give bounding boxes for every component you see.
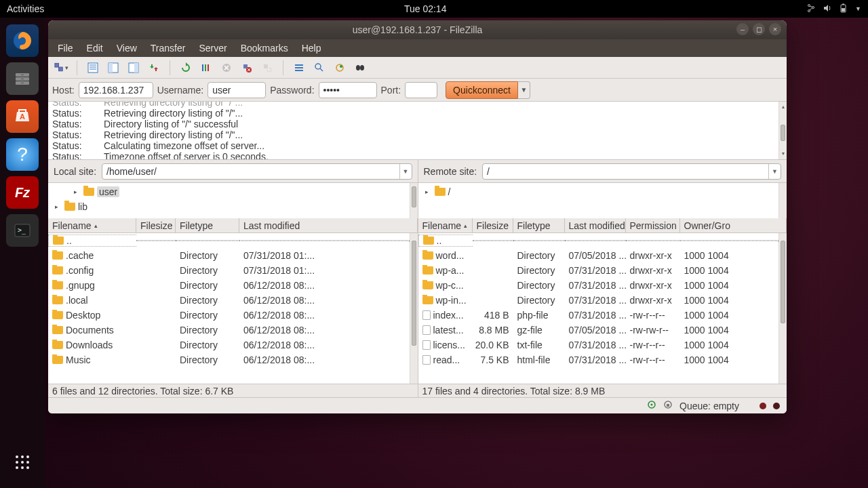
topbar-tray[interactable]: ▼ [806,3,861,15]
list-item[interactable]: licens...20.0 KBtxt-file07/31/2018 ...-r… [418,338,779,352]
menu-transfer[interactable]: Transfer [145,41,191,55]
list-item[interactable]: wp-in...Directory07/31/2018 ...drwxr-xr-… [418,293,779,308]
tree-node[interactable]: ▸user [55,184,408,199]
expander-icon[interactable]: ▸ [55,203,62,210]
menu-bookmarks[interactable]: Bookmarks [235,41,294,55]
cancel-icon[interactable] [219,60,234,75]
dock-filezilla[interactable]: Fz [6,176,39,209]
list-item[interactable]: wp-c...Directory07/31/2018 ...drwxr-xr-x… [418,278,779,293]
col-filesize[interactable]: Filesize [136,218,176,232]
list-item[interactable]: latest...8.8 MBgz-file07/05/2018 ...-rw-… [418,323,779,338]
dock-firefox[interactable] [6,24,39,57]
remote-columns[interactable]: Filename▴ Filesize Filetype Last modifie… [418,218,787,233]
sync-browsing-icon[interactable] [332,60,347,75]
queue-status[interactable]: Queue: empty [679,401,739,411]
local-columns[interactable]: Filename▴ Filesize Filetype Last modifie… [48,218,418,233]
port-input[interactable] [405,82,437,98]
titlebar[interactable]: user@192.168.1.237 - FileZilla – ◻ × [48,20,787,39]
window-maximize-icon[interactable]: ◻ [753,23,765,35]
list-item[interactable]: .gnupgDirectory06/12/2018 08:... [48,278,410,293]
local-rows[interactable]: ...cacheDirectory07/31/2018 01:....confi… [48,233,418,384]
list-item[interactable]: DesktopDirectory06/12/2018 08:... [48,308,410,323]
menu-view[interactable]: View [111,41,142,55]
password-input[interactable] [319,82,377,98]
col-permissions[interactable]: Permission [626,218,680,232]
remote-tree-scrollbar[interactable] [778,183,787,218]
col-filename[interactable]: Filename▴ [418,218,473,232]
log-pane[interactable]: Status:Retrieving directory listing of "… [48,102,787,160]
col-filesize[interactable]: Filesize [473,218,513,232]
quickconnect-dropdown[interactable]: ▼ [518,81,530,99]
remote-site-input[interactable] [483,164,768,179]
list-item[interactable]: index...418 Bphp-file07/31/2018 ...-rw-r… [418,308,779,323]
list-item[interactable]: .cacheDirectory07/31/2018 01:... [48,248,410,263]
menu-server[interactable]: Server [193,41,232,55]
list-item[interactable]: word...Directory07/05/2018 ...drwxr-xr-x… [418,248,779,263]
expander-icon[interactable]: ▸ [74,188,81,195]
list-item[interactable]: MusicDirectory06/12/2018 08:... [48,352,410,367]
local-list-scrollbar[interactable] [410,233,418,384]
site-manager-icon[interactable]: ▾ [54,60,68,75]
local-site-input[interactable] [102,164,399,179]
col-modified[interactable]: Last modified [239,218,418,232]
col-modified[interactable]: Last modified [565,218,626,232]
remote-site-combo[interactable]: ▼ [482,163,781,180]
window-close-icon[interactable]: × [769,23,781,35]
col-filetype[interactable]: Filetype [176,218,239,232]
list-item[interactable]: DocumentsDirectory06/12/2018 08:... [48,323,410,338]
tree-node[interactable]: ▸lib [55,199,408,214]
network-icon[interactable] [806,3,816,15]
menu-edit[interactable]: Edit [81,41,108,55]
list-item[interactable]: .. [48,233,410,248]
toggle-log-icon[interactable] [85,60,100,75]
dock-software[interactable]: A [6,100,39,133]
list-item[interactable]: .configDirectory07/31/2018 01:... [48,263,410,278]
remote-tree[interactable]: ▸/ [418,183,787,218]
list-item[interactable]: .localDirectory06/12/2018 08:... [48,293,410,308]
reconnect-icon[interactable] [260,60,275,75]
menu-help[interactable]: Help [296,41,327,55]
local-tree-scrollbar[interactable] [410,183,418,218]
filter-icon[interactable] [292,60,307,75]
disconnect-icon[interactable] [239,60,254,75]
tree-node[interactable]: ▸/ [425,184,778,199]
list-item[interactable]: DownloadsDirectory06/12/2018 08:... [48,338,410,352]
toggle-remote-tree-icon[interactable] [126,60,141,75]
local-site-combo[interactable]: ▼ [102,163,412,180]
host-input[interactable] [79,82,153,98]
refresh-icon[interactable] [178,60,193,75]
quickconnect-button[interactable]: Quickconnect [446,81,518,99]
menu-file[interactable]: File [52,41,79,55]
list-item[interactable]: wp-a...Directory07/31/2018 ...drwxr-xr-x… [418,263,779,278]
settings-icon[interactable] [647,400,656,411]
chevron-down-icon[interactable]: ▼ [399,164,412,179]
window-minimize-icon[interactable]: – [736,23,749,35]
log-scrollbar[interactable]: ▴ ▾ [778,102,787,159]
battery-icon[interactable] [839,3,848,15]
compare-icon[interactable] [312,60,327,75]
dock-terminal[interactable]: >_ [6,214,39,247]
toggle-local-tree-icon[interactable] [106,60,121,75]
dock-help[interactable]: ? [6,138,39,171]
topbar-clock[interactable]: Tue 02:14 [44,3,806,14]
list-item[interactable]: .. [418,233,779,248]
toggle-queue-icon[interactable] [146,60,161,75]
process-queue-icon[interactable] [199,60,214,75]
expander-icon[interactable]: ▸ [425,188,432,195]
remote-list-scrollbar[interactable] [778,233,787,384]
username-input[interactable] [208,82,266,98]
activities-button[interactable]: Activities [7,3,44,14]
list-item[interactable]: read...7.5 KBhtml-file07/31/2018 ...-rw-… [418,352,779,367]
power-icon[interactable]: ▼ [855,5,861,12]
local-tree[interactable]: ▸user▸lib [48,183,418,218]
col-filetype[interactable]: Filetype [513,218,565,232]
col-owner[interactable]: Owner/Gro [680,218,787,232]
lock-icon[interactable] [663,400,673,411]
chevron-down-icon[interactable]: ▼ [768,164,781,179]
col-filename[interactable]: Filename▴ [48,218,136,232]
volume-icon[interactable] [823,3,832,15]
dock-files[interactable] [6,62,39,95]
search-icon[interactable] [353,60,368,75]
remote-rows[interactable]: ..word...Directory07/05/2018 ...drwxr-xr… [418,233,787,384]
dock-apps-grid[interactable] [6,446,39,479]
